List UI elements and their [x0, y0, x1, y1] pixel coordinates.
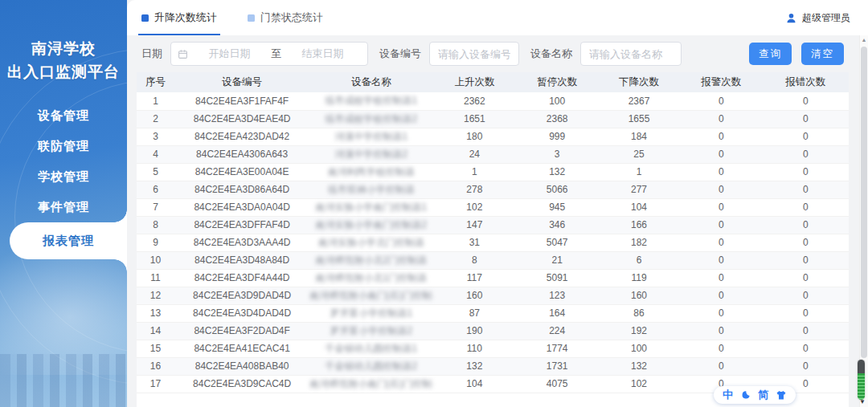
- cell-alarm-count: 0: [680, 198, 763, 216]
- cell-alarm-count: 0: [680, 216, 763, 234]
- cell-seq: 10: [137, 251, 174, 269]
- cell-error-count: 0: [763, 287, 849, 304]
- device-name-input[interactable]: [580, 42, 682, 66]
- tab[interactable]: 升降次数统计: [141, 0, 217, 35]
- cell-seq: 16: [137, 357, 174, 375]
- cell-error-count: 0: [763, 181, 849, 198]
- clear-button[interactable]: 清空: [801, 43, 844, 65]
- sidebar-menu-item[interactable]: 事件管理: [0, 192, 127, 222]
- sidebar-menu-item-label: 设备管理: [38, 108, 89, 124]
- cell-down-count: 25: [598, 145, 680, 163]
- cell-device-no: 84C2E4EA3DA0A04D: [174, 198, 309, 216]
- sidebar-menu-item-label: 报表管理: [43, 234, 94, 249]
- cell-down-count: 132: [598, 357, 680, 375]
- cell-seq: 5: [137, 163, 174, 181]
- scroll-progress-widget[interactable]: [858, 360, 865, 400]
- tab-label: 门禁状态统计: [260, 10, 323, 25]
- tab[interactable]: 门禁状态统计: [248, 0, 323, 35]
- cell-device-no: 84C2E4EA3F1FAF4F: [174, 92, 309, 110]
- cell-up-count: 147: [433, 216, 517, 234]
- table-column-header: 下降次数: [598, 72, 680, 92]
- cell-device-name: 练市成校学校控制器2: [309, 110, 432, 128]
- sidebar-menu-item-label: 事件管理: [38, 200, 89, 215]
- cell-down-count: 100: [598, 340, 680, 357]
- cell-alarm-count: 0: [680, 92, 763, 110]
- cell-pause-count: 224: [516, 322, 598, 340]
- cell-device-no: 84C2E4EA3E00A04E: [174, 163, 309, 181]
- cell-down-count: 119: [598, 269, 680, 287]
- cell-device-name: 罗开富小学控制器2: [309, 322, 432, 340]
- filter-bar: 日期 开始日期 至 结束日期 设备编号 设备名称 查询 清空: [127, 35, 868, 72]
- search-button[interactable]: 查询: [749, 43, 792, 65]
- cell-pause-count: 1731: [516, 357, 598, 375]
- sidebar-menu-item[interactable]: 联防管理: [0, 131, 127, 161]
- table-row: 15 84C2E4EA41ECAC41 千金镇幼儿园控制器1 110 1774 …: [137, 340, 849, 357]
- cell-alarm-count: 0: [680, 251, 763, 269]
- table-body: 1 84C2E4EA3F1FAF4F 练市成校学校控制器1 2362 100 2…: [137, 92, 849, 393]
- cell-up-count: 160: [433, 287, 517, 304]
- sidebar-menu-item[interactable]: 设备管理: [0, 100, 127, 131]
- calendar-icon: [178, 49, 188, 59]
- table-row: 10 84C2E4EA3D48A84D 南浔师范附小北2门控制器 8 21 6 …: [137, 251, 849, 269]
- cell-pause-count: 999: [516, 128, 598, 145]
- report-table: 序号 设备编号 设备名称 上升次数 暂停次数 下降次数 报警次数 报错次数 1 …: [137, 72, 849, 393]
- table-column-header: 报警次数: [680, 72, 763, 92]
- scroll-widget-down-arrow-icon[interactable]: ▼: [859, 398, 866, 405]
- table-column-header: 序号: [137, 72, 174, 92]
- tab-bullet-icon: [141, 14, 149, 22]
- shirt-icon[interactable]: [776, 390, 787, 401]
- cell-pause-count: 100: [516, 92, 598, 110]
- scroll-widget-cap: [858, 360, 865, 373]
- moon-icon[interactable]: [740, 390, 751, 401]
- cell-error-count: 0: [763, 234, 849, 251]
- cell-device-no: 84C2E4EA3D86A64D: [174, 181, 309, 198]
- cell-up-count: 1651: [433, 110, 517, 128]
- scrollbar-thumb[interactable]: [861, 47, 867, 358]
- date-end-placeholder[interactable]: 结束日期: [285, 47, 361, 61]
- device-no-input[interactable]: [429, 42, 519, 66]
- simplified-char-icon[interactable]: 简: [758, 388, 768, 402]
- cell-seq: 2: [137, 110, 174, 128]
- cell-device-no: 84C2E4EA3DF4A44D: [174, 269, 309, 287]
- cell-device-name: 千金镇幼儿园控制器1: [309, 340, 432, 357]
- translate-extension-widget[interactable]: 中 简: [714, 386, 796, 404]
- vertical-scrollbar[interactable]: ▲: [859, 35, 868, 407]
- cell-pause-count: 3: [516, 145, 598, 163]
- cell-pause-count: 4075: [516, 375, 598, 393]
- cell-down-count: 192: [598, 322, 680, 340]
- cell-alarm-count: 0: [680, 181, 763, 198]
- table-row: 8 84C2E4EA3DFFAF4D 南浔实验小学南门控制器2 147 346 …: [137, 216, 849, 234]
- cell-up-count: 87: [433, 304, 517, 322]
- user-icon: [785, 12, 797, 24]
- chinese-char-icon[interactable]: 中: [723, 388, 733, 402]
- cell-down-count: 1: [598, 163, 680, 181]
- cell-down-count: 277: [598, 181, 680, 198]
- cell-device-no: 84C2E4EA3DFFAF4D: [174, 216, 309, 234]
- user-badge[interactable]: 超级管理员: [785, 11, 868, 25]
- cell-down-count: 166: [598, 216, 680, 234]
- sidebar: 南浔学校 出入口监测平台 设备管理 联防管理 学校管理 事件管理 报表管理: [0, 0, 127, 407]
- cell-up-count: 31: [433, 234, 517, 251]
- sidebar-menu-item[interactable]: 学校管理: [0, 161, 127, 192]
- cell-device-no: 84C2E4EA423DAD42: [174, 128, 309, 145]
- cell-alarm-count: 0: [680, 234, 763, 251]
- table-row: 16 84C2E4EA408BAB40 千金镇幼儿园控制器2 132 1731 …: [137, 357, 849, 375]
- cell-pause-count: 945: [516, 198, 598, 216]
- tab-label: 升降次数统计: [154, 10, 217, 25]
- cell-alarm-count: 0: [680, 163, 763, 181]
- table-column-header: 设备编号: [174, 72, 309, 92]
- date-range-picker[interactable]: 开始日期 至 结束日期: [170, 42, 368, 66]
- cell-alarm-count: 0: [680, 128, 763, 145]
- sidebar-menu-item-label: 学校管理: [38, 169, 89, 185]
- cell-up-count: 24: [433, 145, 517, 163]
- table-row: 3 84C2E4EA423DAD42 浔溪中学控制器1 180 999 184 …: [137, 128, 849, 145]
- scroll-widget-stripes: [858, 373, 865, 400]
- date-start-placeholder[interactable]: 开始日期: [191, 47, 268, 61]
- sidebar-menu-item[interactable]: 报表管理: [10, 222, 127, 259]
- scrollbar-up-arrow-icon[interactable]: ▲: [860, 37, 868, 43]
- cell-up-count: 102: [433, 198, 517, 216]
- cell-seq: 1: [137, 92, 174, 110]
- cell-pause-count: 346: [516, 216, 598, 234]
- cell-down-count: 184: [598, 128, 680, 145]
- cell-device-name: 练市成校学校控制器1: [309, 92, 432, 110]
